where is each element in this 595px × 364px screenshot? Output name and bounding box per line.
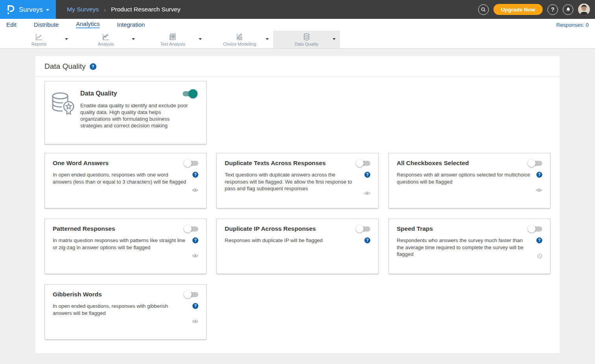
feature-cards-grid: One Word Answers In open ended questions… xyxy=(44,153,551,340)
data-quality-master-card: Data Quality Enable data quality to iden… xyxy=(44,81,207,144)
card-description: Responses with all answer options select… xyxy=(397,171,536,185)
card-all-checkboxes: All Checkboxes Selected Responses with a… xyxy=(388,153,551,208)
gibberish-words-toggle[interactable] xyxy=(185,292,198,297)
multi-line-chart-icon xyxy=(102,33,110,41)
duplicate-texts-toggle[interactable] xyxy=(357,161,370,166)
toolbar-label-reports: Reports xyxy=(31,42,47,46)
card-one-word-answers: One Word Answers In open ended questions… xyxy=(44,153,207,208)
preview-eye-icon[interactable] xyxy=(192,319,198,324)
page-help-icon[interactable]: ? xyxy=(90,63,96,70)
breadcrumb-my-surveys[interactable]: My Surveys xyxy=(67,6,99,13)
card-help-icon[interactable]: ? xyxy=(536,172,542,178)
card-title: One Word Answers xyxy=(53,160,109,167)
toolbar-item-text-analysis[interactable]: Text Analysis xyxy=(139,31,206,48)
topbar-actions: Upgrade Now ? xyxy=(473,4,595,15)
tab-analytics[interactable]: Analytics xyxy=(76,20,100,28)
analytics-toolbar: Reports Analysis Text Analysis Choice Mo… xyxy=(0,31,595,49)
notifications-button[interactable] xyxy=(563,4,573,15)
toolbar-item-data-quality[interactable]: Data Quality xyxy=(273,31,340,48)
survey-section-tabs: Edit Distribute Analytics Integration Re… xyxy=(0,19,595,31)
card-help-icon[interactable]: ? xyxy=(192,237,198,243)
toolbar-item-analysis[interactable]: Analysis xyxy=(72,31,139,48)
toolbar-label-choice-modelling: Choice Modelling xyxy=(223,42,256,46)
toolbar-item-choice-modelling[interactable]: Choice Modelling xyxy=(206,31,273,48)
card-description: In open ended questions, responses with … xyxy=(53,303,192,316)
card-title: Duplicate IP Across Responses xyxy=(225,225,316,232)
tab-distribute[interactable]: Distribute xyxy=(34,21,59,28)
duplicate-ip-toggle[interactable] xyxy=(357,226,370,232)
scatter-chart-icon xyxy=(235,33,244,41)
reports-dropdown-caret-icon[interactable] xyxy=(65,38,68,40)
card-description: In matrix question responses with patter… xyxy=(53,237,192,251)
preview-eye-icon[interactable] xyxy=(364,191,370,195)
card-help-icon[interactable]: ? xyxy=(364,237,370,243)
card-help-icon[interactable]: ? xyxy=(192,303,198,309)
master-card-description: Enable data quality to identify and excl… xyxy=(80,102,192,129)
toggle-knob xyxy=(184,290,192,298)
toggle-knob xyxy=(184,159,192,167)
question-mark-icon: ? xyxy=(551,6,554,13)
card-duplicate-ip: Duplicate IP Across Responses Responses … xyxy=(216,219,379,274)
data-quality-panel: Data Quality ? Data Quality xyxy=(35,56,560,353)
document-grid-icon xyxy=(169,33,177,41)
preview-eye-icon[interactable] xyxy=(192,188,198,192)
card-description: Respondents who answers the survey much … xyxy=(397,237,536,258)
card-title: Gibberish Words xyxy=(53,291,102,298)
toolbar-item-reports[interactable]: Reports xyxy=(6,31,72,48)
card-patterned-responses: Patterned Responses In matrix question r… xyxy=(44,219,207,274)
card-title: Speed Traps xyxy=(397,225,433,232)
card-title: Patterned Responses xyxy=(53,225,115,232)
search-button[interactable] xyxy=(478,4,489,15)
panel-header: Data Quality ? xyxy=(35,56,560,77)
database-badge-icon xyxy=(50,90,80,144)
toggle-knob xyxy=(184,225,192,233)
line-chart-icon xyxy=(35,33,43,41)
card-description: Text questions with duplicate answers ac… xyxy=(225,171,364,192)
breadcrumb-separator: › xyxy=(104,6,106,13)
upgrade-now-button[interactable]: Upgrade Now xyxy=(493,4,543,15)
app-name: Surveys xyxy=(19,6,43,13)
toolbar-label-analysis: Analysis xyxy=(98,42,114,46)
all-checkboxes-toggle[interactable] xyxy=(528,161,542,166)
toggle-knob xyxy=(188,89,198,98)
card-duplicate-texts: Duplicate Texts Across Responses Text qu… xyxy=(216,153,379,208)
user-avatar[interactable] xyxy=(578,4,590,15)
patterned-responses-toggle[interactable] xyxy=(185,226,198,232)
page-title: Data Quality xyxy=(44,62,86,71)
data-quality-toggle[interactable] xyxy=(183,91,196,96)
avatar-photo xyxy=(578,4,590,15)
analysis-dropdown-caret-icon[interactable] xyxy=(132,38,135,40)
card-help-icon[interactable]: ? xyxy=(192,172,198,178)
responses-count: Responses: 0 xyxy=(556,22,589,28)
choice-modelling-dropdown-caret-icon[interactable] xyxy=(266,38,269,40)
data-quality-dropdown-caret-icon[interactable] xyxy=(333,38,336,40)
preview-eye-icon[interactable] xyxy=(536,188,542,192)
one-word-answers-toggle[interactable] xyxy=(185,161,198,166)
help-button[interactable]: ? xyxy=(547,4,558,15)
questionpro-logo-icon xyxy=(6,4,15,15)
text-analysis-dropdown-caret-icon[interactable] xyxy=(199,38,202,40)
card-help-icon[interactable]: ? xyxy=(364,172,370,178)
card-gibberish-words: Gibberish Words In open ended questions,… xyxy=(44,284,207,340)
app-switcher-caret-icon[interactable] xyxy=(46,9,49,11)
app-logo-menu[interactable]: Surveys xyxy=(0,0,56,19)
time-settings-clock-icon[interactable] xyxy=(537,254,542,259)
toggle-knob xyxy=(356,159,364,167)
master-card-title: Data Quality xyxy=(80,90,200,97)
topbar: Surveys My Surveys › Product Research Su… xyxy=(0,0,595,19)
tab-integration[interactable]: Integration xyxy=(117,21,145,28)
database-icon xyxy=(303,33,310,41)
toolbar-label-data-quality: Data Quality xyxy=(295,42,319,46)
card-title: Duplicate Texts Across Responses xyxy=(225,160,326,167)
card-title: All Checkboxes Selected xyxy=(397,160,469,167)
toggle-knob xyxy=(356,225,364,233)
card-help-icon[interactable]: ? xyxy=(536,237,542,243)
tab-edit[interactable]: Edit xyxy=(6,21,17,28)
search-icon xyxy=(480,7,486,13)
card-description: Responses with duplicate IP will be flag… xyxy=(225,237,364,244)
bell-icon xyxy=(565,7,571,12)
card-description: In open ended questions, responses with … xyxy=(53,171,192,185)
preview-eye-icon[interactable] xyxy=(192,254,198,258)
speed-traps-toggle[interactable] xyxy=(528,226,542,232)
toggle-knob xyxy=(528,225,536,233)
